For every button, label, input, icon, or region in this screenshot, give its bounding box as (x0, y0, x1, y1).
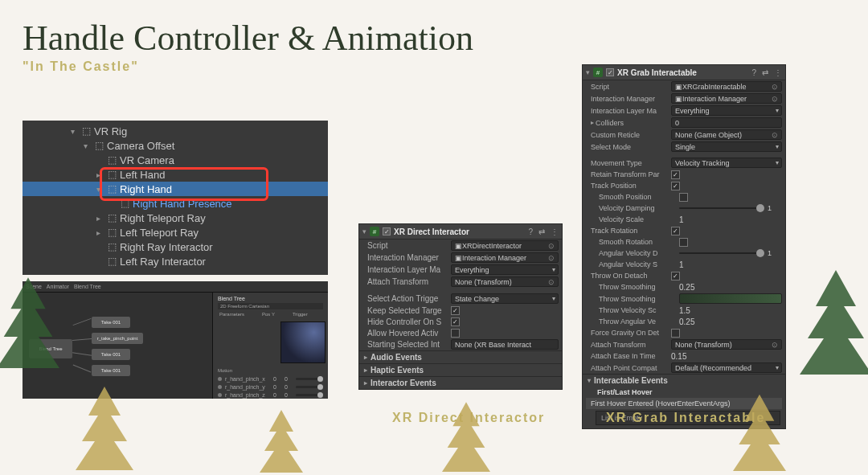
param-name: r_hand_pinch_y (225, 384, 270, 390)
hierarchy-item[interactable]: ⬚Right Ray Interactor (23, 240, 328, 254)
help-icon[interactable]: ? (751, 68, 756, 77)
more-icon[interactable]: ⋮ (551, 227, 559, 236)
blend-node-pinch[interactable]: r_take_pinch_point (92, 333, 143, 344)
throw-ang-value[interactable]: 0.25 (679, 317, 694, 326)
attach-compat-dropdown[interactable]: Default (Recommended (671, 362, 782, 373)
layer-dropdown[interactable]: Everything (451, 264, 559, 275)
animator-graph[interactable]: Take 001 r_take_pinch_point Take 001 Tak… (23, 293, 212, 399)
colliders-label[interactable]: Colliders (596, 119, 671, 127)
preset-icon[interactable]: ⇄ (538, 227, 545, 236)
haptic-events-section[interactable]: ▸Haptic Events (359, 363, 562, 376)
throw-smooth-value[interactable]: 0.25 (679, 283, 694, 292)
throw-smooth-curve[interactable] (679, 293, 782, 304)
hierarchy-panel[interactable]: ▾⬚VR Rig▾⬚Camera Offset⬚VR Camera▸⬚Left … (23, 121, 328, 275)
interactable-events-section[interactable]: ▾Interactable Events (583, 374, 785, 387)
motion-row[interactable]: r_hand_pinch_x00 (218, 375, 323, 383)
track-pos-checkbox[interactable] (671, 182, 680, 190)
smooth-rot-checkbox[interactable] (679, 238, 688, 247)
script-field: ▣XRDirectInteractor⊙ (451, 240, 559, 251)
chevron-icon[interactable]: ▾ (71, 127, 79, 136)
foldout-icon[interactable]: ▾ (586, 68, 590, 76)
blend-tree-root[interactable]: Blend Tree (29, 339, 72, 358)
hide-controller-checkbox[interactable] (451, 317, 460, 326)
animator-inspector-title: Blend Tree (218, 296, 323, 301)
vel-damp-slider[interactable]: 1 (679, 203, 782, 213)
more-icon[interactable]: ⋮ (774, 68, 782, 77)
chevron-icon[interactable]: ▾ (84, 141, 92, 150)
attach-field[interactable]: None (Transform)⊙ (451, 276, 559, 287)
preset-icon[interactable]: ⇄ (762, 68, 768, 77)
hierarchy-item[interactable]: ⬚Left Ray Interactor (23, 254, 328, 268)
chevron-icon[interactable]: ▾ (96, 185, 104, 194)
hierarchy-item-label: Right Ray Interactor (120, 241, 213, 253)
starting-sel-field[interactable]: None (XR Base Interact (451, 339, 559, 350)
starting-sel-label: Starting Selected Int (367, 340, 451, 349)
hierarchy-item[interactable]: ▾⬚VR Rig (23, 124, 328, 138)
attach-ease-value[interactable]: 0.15 (671, 352, 686, 361)
gameobject-icon: ⬚ (121, 198, 129, 209)
gameobject-icon: ⬚ (108, 241, 117, 252)
hierarchy-item[interactable]: ▸⬚Left Hand (23, 167, 328, 182)
foldout-icon[interactable]: ▾ (362, 227, 366, 235)
animator-tab-animator[interactable]: Animator (47, 284, 69, 289)
movement-type-dropdown[interactable]: Velocity Tracking (671, 158, 782, 168)
motion-row[interactable]: r_hand_pinch_y00 (218, 383, 323, 391)
hierarchy-item[interactable]: ⬚VR Camera (23, 153, 328, 167)
grab-interactable-panel[interactable]: ▾ # ✓ XR Grab Interactable ? ⇄ ⋮ Script … (582, 64, 786, 429)
allow-hover-checkbox[interactable] (451, 329, 460, 338)
retain-checkbox[interactable] (671, 170, 680, 179)
animator-tab-blendtree[interactable]: Blend Tree (74, 284, 101, 289)
retain-label: Retain Transform Par (591, 170, 671, 178)
manager-field[interactable]: ▣Interaction Manager⊙ (451, 252, 559, 263)
hierarchy-item[interactable]: ▾⬚Camera Offset (23, 138, 328, 153)
hierarchy-item-label: Right Hand Presence (133, 198, 232, 210)
keep-selected-checkbox[interactable] (451, 306, 460, 315)
layer-dropdown[interactable]: Everything (671, 105, 782, 116)
ang-vel-d-slider[interactable]: 1 (679, 248, 782, 258)
smooth-pos-checkbox[interactable] (679, 193, 688, 202)
manager-field[interactable]: ▣Interaction Manager⊙ (671, 93, 782, 104)
hierarchy-item-label: Camera Offset (107, 140, 174, 152)
caption-grab: XR Grab Interactable (606, 411, 765, 425)
hierarchy-item-label: VR Rig (94, 125, 127, 137)
enable-checkbox[interactable]: ✓ (383, 227, 391, 235)
blend-node-take1[interactable]: Take 001 (92, 317, 130, 328)
attach-ease-label: Attach Ease In Time (591, 352, 671, 360)
chevron-icon[interactable]: ▸ (96, 170, 104, 179)
animator-tab-scene[interactable]: Scene (26, 284, 42, 289)
track-rot-checkbox[interactable] (671, 227, 680, 235)
mini-slider[interactable] (296, 378, 323, 380)
blend-type-dropdown[interactable]: 2D Freeform Cartesian (218, 303, 323, 309)
motion-row[interactable]: r_hand_pinch_z00 (218, 391, 323, 399)
direct-interactor-panel[interactable]: ▾ # ✓ XR Direct Interactor ? ⇄ ⋮ Script … (358, 223, 563, 390)
gameobject-icon: ⬚ (95, 140, 104, 151)
blend-space-preview[interactable] (280, 321, 326, 363)
throw-vel-value[interactable]: 1.5 (679, 306, 690, 315)
select-trigger-dropdown[interactable]: State Change (451, 293, 559, 304)
chevron-icon[interactable]: ▸ (96, 214, 104, 223)
vel-scale-value[interactable]: 1 (679, 215, 684, 224)
audio-events-section[interactable]: ▸Audio Events (359, 350, 562, 363)
component-header[interactable]: ▾ # ✓ XR Grab Interactable ? ⇄ ⋮ (583, 65, 785, 80)
blend-node-take3[interactable]: Take 001 (92, 365, 130, 376)
component-header[interactable]: ▾ # ✓ XR Direct Interactor ? ⇄ ⋮ (359, 224, 562, 240)
blend-node-take2[interactable]: Take 001 (92, 349, 130, 360)
select-mode-dropdown[interactable]: Single (671, 141, 782, 152)
select-trigger-label: Select Action Trigge (367, 294, 451, 303)
chevron-icon[interactable]: ▸ (96, 228, 104, 237)
interactor-events-section[interactable]: ▸Interactor Events (359, 376, 562, 389)
enable-checkbox[interactable]: ✓ (606, 68, 614, 76)
mini-slider[interactable] (296, 394, 323, 396)
hierarchy-item[interactable]: ▸⬚Right Teleport Ray (23, 211, 328, 225)
hierarchy-item[interactable]: ⬚Right Hand Presence (23, 196, 328, 211)
help-icon[interactable]: ? (528, 227, 533, 236)
animator-window[interactable]: Scene Animator Blend Tree Take 001 r_tak… (23, 281, 328, 399)
hierarchy-item[interactable]: ▾⬚Right Hand (23, 182, 328, 196)
ang-vel-s-value[interactable]: 1 (679, 260, 684, 269)
hierarchy-item[interactable]: ▸⬚Left Teleport Ray (23, 225, 328, 240)
force-grav-checkbox[interactable] (671, 329, 680, 338)
throw-detach-checkbox[interactable] (671, 272, 680, 280)
attach-tf-field[interactable]: None (Transform)⊙ (671, 339, 782, 350)
custom-reticle-field[interactable]: None (Game Object)⊙ (671, 129, 782, 140)
mini-slider[interactable] (296, 386, 323, 388)
